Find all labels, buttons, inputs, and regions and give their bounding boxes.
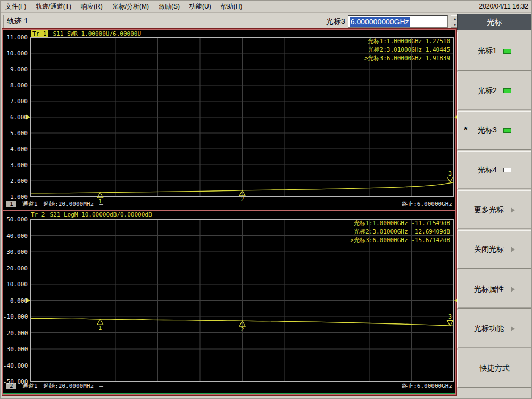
softkey-label: 光标1 [478,46,497,56]
sweep-progress-strip [3,393,455,394]
marker-properties-softkey[interactable]: 光标属性 [457,270,532,309]
active-marker-pointer: > [362,54,368,63]
trace1-title: Tr 1S11 SWR 1.00000U/6.00000U [31,30,141,37]
menu-utility[interactable]: 功能(U) [185,1,216,13]
softkey-label: 快捷方式 [480,364,510,373]
marker-readout-row: 光标1:1.00000GHz -11.71549dB [348,219,450,228]
trace1-badge[interactable]: Tr 1 [31,30,48,37]
y-axis-tick-label: -30.000 [3,346,28,353]
y-axis-tick-label: -20.000 [3,330,28,337]
softkey-label: 更多光标 [474,205,504,215]
marker-on-indicator [503,49,511,54]
stop-frequency: 终止:6.00000GHz [402,382,453,390]
marker-3-triangle[interactable] [447,320,453,326]
more-markers-softkey[interactable]: 更多光标 [457,190,532,229]
marker-readout-text: 光标1:1.00000GHz -11.71549dB [354,220,450,227]
y-axis-tick-label: 8.000 [3,82,28,89]
submenu-arrow-icon [511,287,515,292]
marker-entry-group: 光标3 6.000000000GHz ▲ ▼ [326,15,460,28]
y-axis-tick-label: 4.000 [3,146,28,153]
marker-readout-text: 光标1:1.00000GHz 1.27510 [368,38,450,45]
active-softkey-asterisk: * [464,125,468,136]
softkey-label: 光标2 [478,86,497,96]
y-axis-tick-label: 10.000 [3,50,28,57]
channel1-swr-window: Tr 1S11 SWR 1.00000U/6.00000U 123 光标1:1.… [3,30,455,210]
menu-file[interactable]: 文件(F) [1,1,31,13]
marker4-softkey[interactable]: 光标4 [457,151,532,190]
softkey-label: 光标功能 [474,324,504,334]
marker-on-indicator [503,88,511,93]
menu-stimulus[interactable]: 激励(S) [154,1,185,13]
marker-3-triangle[interactable] [447,177,453,182]
y-axis-tick-label: -10.000 [3,313,28,320]
start-frequency: 起始:20.0000MHz [43,200,94,208]
softkey-menu-title: 光标 [457,14,532,30]
marker-readout-row: >光标3:6.00000GHz 1.91839 [362,54,450,63]
active-marker-pointer: > [348,236,354,245]
marker3-softkey[interactable]: *光标3 [457,111,532,150]
menu-trace-channel[interactable]: 轨迹/通道(T) [31,1,76,13]
marker-functions-softkey[interactable]: 光标功能 [457,310,532,348]
y-axis-tick-label: 50.000 [3,216,28,223]
menu-marker-analysis[interactable]: 光标/分析(M) [107,1,154,13]
y-axis-tick-label: 0.000 [3,297,28,304]
shortcuts-softkey[interactable]: 快捷方式 [457,350,532,388]
menu-bar: 文件(F) 轨迹/通道(T) 响应(R) 光标/分析(M) 激励(S) 功能(U… [1,1,532,13]
y-axis-tick-label: 7.000 [3,98,28,105]
marker-readouts-s21: 光标1:1.00000GHz -11.71549dB光标2:3.01000GHz… [348,219,450,245]
softkey-label: 光标3 [478,126,497,135]
y-axis-tick-label: 30.000 [3,248,28,255]
y-axis-tick-label: 6.000 [3,114,28,121]
y-axis-tick-label: 2.000 [3,178,28,185]
y-axis-tick-label: 3.000 [3,162,28,169]
menu-help[interactable]: 帮助(H) [216,1,247,13]
y-axis-tick-label: 11.000 [3,34,28,41]
submenu-arrow-icon [511,326,515,331]
submenu-arrow-icon [511,207,515,213]
marker2-softkey[interactable]: 光标2 [457,72,532,111]
channel2-status-bar: 2 通道1 起始:20.0000MHz — 终止:6.00000GHz [6,381,453,390]
marker-readout-row: 光标2:3.01000GHz -12.69409dB [348,228,450,236]
trace1-measurement: S11 SWR 1.00000U/6.00000U [53,30,142,37]
softkey-label: 关闭光标 [474,245,504,254]
marker1-softkey[interactable]: 光标1 [457,32,532,71]
marker3-frequency-input[interactable]: 6.000000000GHz [348,15,448,28]
channel1-status-bar: 1 通道1 起始:20.0000MHz — 终止:6.00000GHz [6,200,453,208]
trace2-badge[interactable]: Tr 2 [31,211,45,218]
softkey-button-list: 光标1光标2*光标3光标4更多光标关闭光标光标属性光标功能快捷方式 [457,32,532,388]
y-axis-tick-label: 1.000 [3,194,28,201]
y-axis-tick-label: -40.000 [3,362,28,369]
start-frequency: 起始:20.0000MHz [43,382,94,390]
channel1-s21-window: Tr 2S21 LogM 10.00000dB/0.00000dB 123 光标… [3,211,455,392]
softkey-label: 光标4 [478,165,497,175]
vna-application: 文件(F) 轨迹/通道(T) 响应(R) 光标/分析(M) 激励(S) 功能(U… [0,0,532,399]
trace2-title: Tr 2S21 LogM 10.00000dB/0.00000dB [31,211,152,218]
y-axis-tick-label: 40.000 [3,232,28,239]
y-axis-tick-label: -50.000 [3,378,28,385]
y-axis-tick-label: 9.000 [3,66,28,73]
marker-1-number: 1 [98,325,102,331]
stop-frequency: 终止:6.00000GHz [402,200,453,208]
marker-3-number: 3 [448,171,452,177]
y-axis-tick-label: 20.000 [3,265,28,272]
y-axis-tick-label: 5.000 [3,130,28,137]
marker-readout-text: 光标2:3.01000GHz 1.40445 [368,46,450,53]
marker-readouts-swr: 光标1:1.00000GHz 1.27510光标2:3.01000GHz 1.4… [362,37,450,63]
trace2-measurement: S21 LogM 10.00000dB/0.00000dB [50,211,152,218]
marker3-field-label: 光标3 [326,17,345,27]
submenu-arrow-icon [511,247,515,252]
marker3-frequency-value: 6.000000000GHz [350,17,410,27]
marker-1-triangle[interactable] [97,319,103,325]
softkey-label: 光标属性 [474,285,504,294]
markers-off-softkey[interactable]: 关闭光标 [457,230,532,269]
marker-readout-row: 光标1:1.00000GHz 1.27510 [362,37,450,46]
softkey-sidebar: 光标 光标1光标2*光标3光标4更多光标关闭光标光标属性光标功能快捷方式 [457,14,532,399]
toolbar: 轨迹 1 光标3 6.000000000GHz ▲ ▼ [1,13,532,29]
menu-response[interactable]: 响应(R) [76,1,107,13]
marker-3-number: 3 [448,314,452,320]
marker-on-indicator [503,128,511,133]
marker-readout-row: >光标3:6.00000GHz -15.67142dB [348,236,450,245]
channel-label: 通道1 [22,200,38,208]
marker-2-number: 2 [240,327,244,332]
sweep-indicator: — [99,201,103,207]
